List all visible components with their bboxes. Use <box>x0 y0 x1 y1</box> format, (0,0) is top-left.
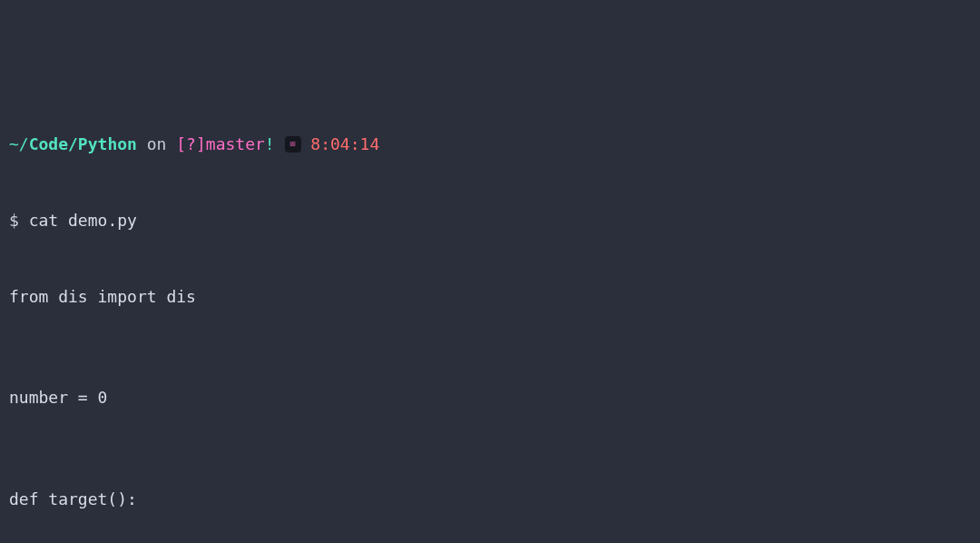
file-blank <box>9 436 971 461</box>
file-line: from dis import dis <box>9 284 971 310</box>
file-line: number = 0 <box>9 385 971 410</box>
path: Code/Python <box>29 134 137 153</box>
command-line-1[interactable]: $ cat demo.py <box>9 208 971 233</box>
mail-icon <box>285 136 301 153</box>
file-line: def target(): <box>9 487 971 512</box>
file-line: global number <box>9 538 971 543</box>
prompt-line-1: ~/Code/Python on [?]master! 8:04:14 <box>9 132 971 157</box>
branch-box-open: [?] <box>176 134 206 153</box>
prompt-time: 8:04:14 <box>310 134 379 153</box>
path-prefix: ~/ <box>9 134 29 153</box>
file-blank <box>9 335 971 360</box>
dollar-prompt: $ <box>9 211 29 230</box>
on-text: on <box>137 134 176 153</box>
command-text: cat demo.py <box>29 211 137 230</box>
branch-name: master <box>206 134 265 153</box>
branch-dirty-icon: ! <box>265 134 275 153</box>
